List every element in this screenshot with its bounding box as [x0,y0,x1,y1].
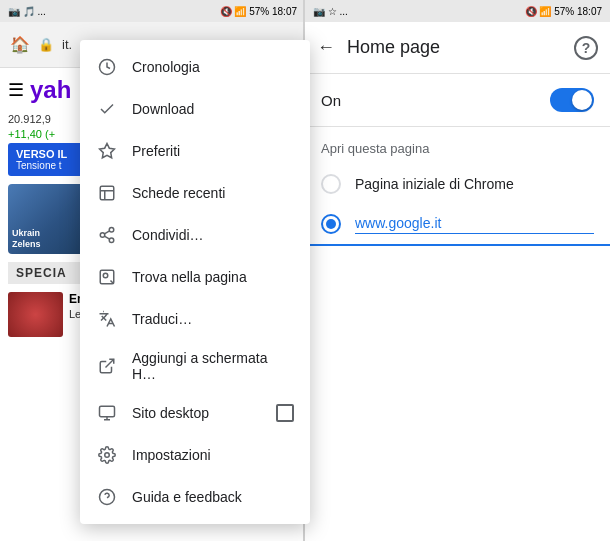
sito-desktop-checkbox[interactable] [276,404,294,422]
preferiti-icon [96,140,118,162]
menu-item-trova-pagina[interactable]: Trova nella pagina [80,256,310,298]
menu-item-preferiti[interactable]: Preferiti [80,130,310,172]
radio-chrome[interactable] [321,174,341,194]
condividi-label: Condividi… [132,227,294,243]
download-icon [96,98,118,120]
cronologia-label: Cronologia [132,59,294,75]
svg-marker-1 [100,144,115,158]
radio-google-inner [326,219,336,229]
svg-point-6 [100,233,105,238]
section-label: Apri questa pagina [305,127,610,164]
impostazioni-icon [96,444,118,466]
svg-point-7 [109,238,114,243]
schede-recenti-icon [96,182,118,204]
corona-image [8,292,63,337]
svg-rect-13 [100,406,115,417]
radio-chrome-label: Pagina iniziale di Chrome [355,176,514,192]
preferiti-label: Preferiti [132,143,294,159]
traduci-icon [96,308,118,330]
radio-option-chrome[interactable]: Pagina iniziale di Chrome [305,164,610,204]
sito-desktop-icon [96,402,118,424]
right-status-bar: 📷 ☆ ... 🔇 📶 57% 18:07 [305,0,610,22]
toggle-switch[interactable] [550,88,594,112]
menu-item-cronologia[interactable]: Cronologia [80,46,310,88]
impostazioni-label: Impostazioni [132,447,294,463]
toggle-row: On [305,74,610,127]
left-status-icons-right: 🔇 📶 57% 18:07 [220,6,297,17]
traduci-label: Traduci… [132,311,294,327]
yahoo-logo: yah [30,76,71,104]
menu-item-schede-recenti[interactable]: Schede recenti [80,172,310,214]
menu-item-guida[interactable]: Guida e feedback [80,476,310,518]
sito-desktop-label: Sito desktop [132,405,262,421]
download-label: Download [132,101,294,117]
aggiungi-label: Aggiungi a schermata H… [132,350,294,382]
guida-label: Guida e feedback [132,489,294,505]
menu-item-sito-desktop[interactable]: Sito desktop [80,392,310,434]
schede-recenti-label: Schede recenti [132,185,294,201]
guida-icon [96,486,118,508]
menu-item-condividi[interactable]: Condividi… [80,214,310,256]
menu-item-impostazioni[interactable]: Impostazioni [80,434,310,476]
back-button[interactable]: ← [317,37,335,58]
settings-panel: 📷 ☆ ... 🔇 📶 57% 18:07 ← Home page ? On A… [305,0,610,541]
svg-line-8 [104,236,109,239]
left-status-icons-left: 📷 🎵 ... [8,6,46,17]
menu-item-download[interactable]: Download [80,88,310,130]
svg-line-9 [104,231,109,234]
lock-icon: 🔒 [38,37,54,52]
trova-pagina-icon [96,266,118,288]
url-input[interactable] [355,215,594,234]
cronologia-icon [96,56,118,78]
settings-title: Home page [347,37,562,58]
home-icon: 🏠 [10,35,30,54]
trova-pagina-label: Trova nella pagina [132,269,294,285]
svg-point-11 [103,273,108,278]
toggle-label: On [321,92,341,109]
menu-item-traduci[interactable]: Traduci… [80,298,310,340]
left-status-bar: 📷 🎵 ... 🔇 📶 57% 18:07 [0,0,305,22]
svg-point-16 [105,453,110,458]
radio-google[interactable] [321,214,341,234]
svg-rect-2 [100,186,114,200]
dropdown-menu: CronologiaDownloadPreferitiSchede recent… [80,40,310,524]
menu-item-aggiungi[interactable]: Aggiungi a schermata H… [80,340,310,392]
help-button[interactable]: ? [574,36,598,60]
settings-content: On Apri questa pagina Pagina iniziale di… [305,74,610,246]
condividi-icon [96,224,118,246]
svg-point-5 [109,228,114,233]
radio-option-google[interactable] [305,204,610,246]
aggiungi-icon [96,355,118,377]
settings-toolbar: ← Home page ? [305,22,610,74]
toggle-thumb [572,90,592,110]
right-status-icons-left: 📷 ☆ ... [313,6,348,17]
right-status-icons-right: 🔇 📶 57% 18:07 [525,6,602,17]
